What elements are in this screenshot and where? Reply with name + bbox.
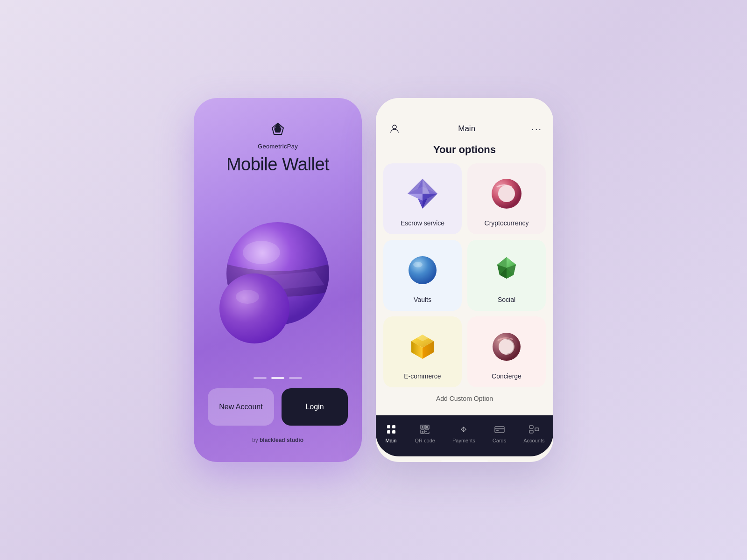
new-account-button[interactable]: New Account: [208, 388, 274, 426]
svg-rect-43: [422, 431, 423, 433]
auth-buttons: New Account Login: [208, 388, 348, 426]
main-icon: [385, 423, 398, 436]
svg-rect-35: [392, 425, 395, 428]
svg-rect-37: [392, 430, 395, 434]
add-custom-button[interactable]: Add Custom Option: [383, 387, 546, 410]
geometric-pay-logo: [268, 121, 287, 140]
app-title: Mobile Wallet: [226, 154, 329, 175]
svg-point-19: [413, 262, 423, 267]
vaults-icon: [402, 249, 444, 291]
phone-left: GeometricPay Mobile Wallet: [194, 98, 362, 462]
escrow-card[interactable]: Escrow service: [383, 163, 462, 234]
nav-qrcode-label: QR code: [415, 438, 435, 443]
concierge-icon: [486, 326, 528, 368]
vaults-card[interactable]: Vaults: [383, 240, 462, 311]
svg-rect-52: [529, 426, 533, 428]
nav-payments-label: Payments: [452, 438, 475, 443]
logo-name: GeometricPay: [258, 143, 298, 150]
svg-point-9: [393, 125, 396, 129]
svg-rect-54: [535, 428, 539, 431]
concierge-label: Concierge: [492, 372, 521, 380]
dot-2[interactable]: [271, 377, 284, 379]
svg-point-7: [219, 273, 289, 343]
nav-accounts-label: Accounts: [523, 438, 544, 443]
byline-text: by: [252, 437, 258, 443]
svg-point-6: [243, 241, 280, 264]
svg-marker-14: [423, 194, 437, 209]
escrow-icon: [402, 173, 444, 215]
social-card[interactable]: Social: [467, 240, 546, 311]
pagination-dots: [254, 377, 302, 379]
login-button[interactable]: Login: [282, 388, 348, 426]
concierge-card[interactable]: Concierge: [467, 316, 546, 387]
escrow-label: Escrow service: [401, 219, 444, 227]
phone-right: Main ··· Your options: [376, 98, 553, 462]
studio-name: blacklead studio: [260, 437, 303, 443]
phone-content: Your options: [376, 144, 553, 415]
dot-1[interactable]: [254, 377, 267, 379]
phones-container: GeometricPay Mobile Wallet: [194, 98, 553, 462]
dot-3[interactable]: [289, 377, 302, 379]
svg-rect-49: [495, 427, 504, 433]
phone-header: Main ···: [376, 98, 553, 144]
svg-rect-53: [529, 430, 533, 433]
svg-rect-39: [422, 426, 423, 428]
sphere-visual: [217, 217, 338, 339]
nav-cards-label: Cards: [493, 438, 506, 443]
nav-accounts[interactable]: Accounts: [518, 421, 550, 445]
nav-scroll-indicator: [441, 460, 488, 462]
social-icon: [486, 249, 528, 291]
payments-icon: [457, 423, 470, 436]
user-icon[interactable]: [387, 121, 402, 136]
vaults-label: Vaults: [414, 296, 431, 303]
cards-icon: [493, 423, 506, 436]
sphere-container: [212, 184, 343, 372]
ecommerce-card[interactable]: E-commerce: [383, 316, 462, 387]
options-grid: Escrow service: [383, 163, 546, 387]
more-options-button[interactable]: ···: [531, 124, 542, 134]
social-label: Social: [498, 296, 515, 303]
nav-payments[interactable]: Payments: [447, 421, 481, 445]
svg-point-17: [498, 185, 515, 202]
svg-point-18: [409, 256, 437, 284]
svg-rect-41: [426, 426, 428, 428]
svg-point-8: [236, 290, 259, 304]
byline: by blacklead studio: [252, 437, 303, 443]
section-title: Your options: [383, 144, 546, 156]
nav-cards[interactable]: Cards: [487, 421, 512, 445]
ecommerce-icon: [402, 326, 444, 368]
ecommerce-label: E-commerce: [404, 372, 441, 380]
svg-rect-51: [496, 430, 499, 431]
svg-rect-34: [387, 425, 390, 428]
svg-rect-36: [387, 430, 390, 434]
nav-qrcode[interactable]: QR code: [409, 421, 441, 445]
crypto-card[interactable]: Cryptocurrency: [467, 163, 546, 234]
accounts-icon: [528, 423, 541, 436]
header-title: Main: [458, 124, 475, 133]
logo-area: GeometricPay: [258, 121, 298, 150]
qrcode-icon: [418, 423, 431, 436]
nav-main-label: Main: [386, 438, 397, 443]
crypto-icon: [486, 173, 528, 215]
crypto-label: Cryptocurrency: [485, 219, 529, 227]
bottom-nav: Main QR: [376, 415, 553, 456]
nav-main[interactable]: Main: [379, 421, 403, 445]
